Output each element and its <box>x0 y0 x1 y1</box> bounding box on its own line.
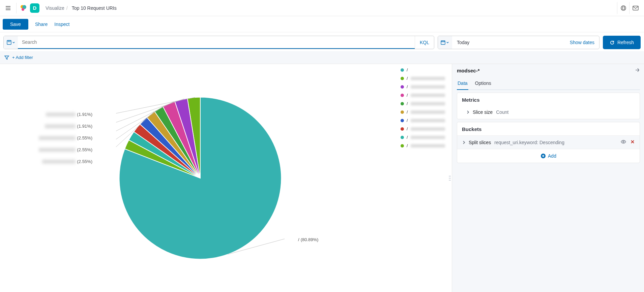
legend-label-prefix: / <box>407 143 408 148</box>
search-container <box>18 36 415 49</box>
legend-label-redacted <box>411 77 445 80</box>
divider <box>16 3 17 13</box>
chevron-right-icon <box>466 110 470 114</box>
legend-color-dot <box>401 144 404 148</box>
main-area: Kifarunix *NIXTIPS & TUTORIALS (1.91%)(1… <box>0 64 644 292</box>
add-bucket-label: Add <box>548 153 556 159</box>
grid-icon <box>620 5 626 11</box>
legend-item[interactable]: / <box>401 101 445 106</box>
legend-item[interactable]: / <box>401 118 445 123</box>
share-link[interactable]: Share <box>35 22 48 27</box>
bucket-row[interactable]: Split slices request_uri.keyword: Descen… <box>457 135 640 149</box>
eye-icon <box>621 139 626 144</box>
menu-toggle-button[interactable] <box>3 3 13 13</box>
breadcrumb: Visualize / Top 10 Request URIs <box>46 5 117 11</box>
legend-color-dot <box>401 68 404 72</box>
expand-bucket-button[interactable] <box>462 140 466 144</box>
legend-label-prefix: / <box>407 109 408 115</box>
svg-point-20 <box>450 180 451 181</box>
pie-svg <box>116 94 285 262</box>
visualize-toolbar: Save Share Inspect <box>0 16 644 32</box>
svg-rect-7 <box>8 40 10 42</box>
refresh-label: Refresh <box>617 40 634 45</box>
metric-label: Slice size <box>473 109 493 115</box>
legend-label-prefix: / <box>407 118 408 123</box>
legend-color-dot <box>401 94 404 97</box>
metrics-title: Metrics <box>457 93 640 106</box>
legend-item[interactable]: / <box>401 135 445 140</box>
tab-data[interactable]: Data <box>457 78 468 90</box>
legend-item[interactable]: / <box>401 67 445 72</box>
metric-row[interactable]: Slice size Count <box>457 106 640 119</box>
saved-queries-button[interactable] <box>4 36 18 49</box>
query-bar: KQL Today Show dates Refresh <box>3 36 641 49</box>
add-filter-link[interactable]: + Add filter <box>12 55 33 60</box>
pie-callout-label: (2.55%) <box>39 135 92 140</box>
search-input[interactable] <box>18 36 415 49</box>
calendar-icon <box>441 40 445 45</box>
kql-toggle[interactable]: KQL <box>415 36 434 49</box>
refresh-button[interactable]: Refresh <box>603 36 641 49</box>
pie-callout-label: (1.91%) <box>45 124 92 129</box>
legend-item[interactable]: / <box>401 109 445 115</box>
legend-item[interactable]: / <box>401 93 445 98</box>
date-quick-select-button[interactable] <box>438 36 452 49</box>
disk-icon <box>7 40 11 45</box>
legend-item[interactable]: / <box>401 76 445 81</box>
space-selector[interactable]: D <box>30 3 39 13</box>
svg-rect-5 <box>633 6 638 10</box>
pie-callout-label: /(80.89%) <box>298 237 318 242</box>
legend-label-redacted <box>411 136 445 139</box>
svg-point-16 <box>450 176 451 176</box>
toggle-bucket-button[interactable] <box>621 139 626 145</box>
visualization-area: Kifarunix *NIXTIPS & TUTORIALS (1.91%)(1… <box>0 64 448 292</box>
tab-options[interactable]: Options <box>474 78 492 90</box>
legend-label-prefix: / <box>407 135 408 140</box>
legend-label-redacted <box>411 94 445 97</box>
plus-circle-icon <box>540 153 546 159</box>
legend-item[interactable]: / <box>401 84 445 89</box>
legend-color-dot <box>401 102 404 105</box>
sidebar-tabs: Data Options <box>457 78 640 90</box>
chevron-down-icon <box>12 41 15 44</box>
svg-rect-4 <box>622 7 624 9</box>
legend-label-redacted <box>411 127 445 131</box>
svg-rect-6 <box>7 40 11 44</box>
panel-resizer[interactable] <box>448 64 452 292</box>
remove-bucket-button[interactable] <box>630 139 635 145</box>
legend-label-redacted <box>411 102 445 105</box>
date-range-label[interactable]: Today <box>452 36 565 49</box>
expand-metric-button[interactable] <box>466 110 470 114</box>
bucket-label: Split slices <box>469 140 491 145</box>
svg-rect-8 <box>441 41 445 44</box>
svg-point-19 <box>449 180 450 181</box>
collapse-sidebar-button[interactable] <box>635 67 640 74</box>
app-switcher-button[interactable] <box>617 2 629 14</box>
save-button[interactable]: Save <box>3 19 28 30</box>
metric-value: Count <box>496 109 508 115</box>
elastic-logo[interactable] <box>19 4 27 12</box>
legend-color-dot <box>401 127 404 131</box>
show-dates-link[interactable]: Show dates <box>565 36 599 49</box>
collapse-icon <box>635 67 640 73</box>
index-pattern-label[interactable]: modsec-* <box>457 68 480 73</box>
add-bucket-button[interactable]: Add <box>457 149 640 163</box>
mail-icon <box>633 6 639 10</box>
chevron-right-icon <box>462 140 466 144</box>
legend-item[interactable]: / <box>401 126 445 131</box>
pie-callout-label: (2.55%) <box>42 159 92 164</box>
svg-point-2 <box>22 8 24 11</box>
legend-label-prefix: / <box>407 126 408 131</box>
legend-item[interactable]: / <box>401 143 445 148</box>
legend-color-dot <box>401 77 404 80</box>
inspect-link[interactable]: Inspect <box>54 22 69 27</box>
breadcrumb-parent-link[interactable]: Visualize <box>46 5 64 11</box>
metrics-panel: Metrics Slice size Count <box>457 93 640 119</box>
news-feed-button[interactable] <box>629 2 641 14</box>
filter-options-button[interactable] <box>4 55 9 60</box>
svg-point-21 <box>623 141 624 142</box>
buckets-title: Buckets <box>457 122 640 135</box>
legend-label-redacted <box>411 110 445 114</box>
page-title: Top 10 Request URIs <box>72 5 117 11</box>
editor-sidebar: modsec-* Data Options Metrics Slice size… <box>452 64 644 292</box>
